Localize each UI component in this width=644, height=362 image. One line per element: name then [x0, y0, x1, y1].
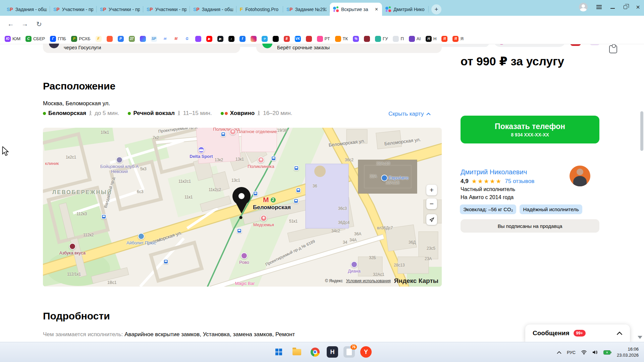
wifi-icon[interactable]	[581, 350, 587, 355]
bookmark-item[interactable]: Р РСХБ	[71, 36, 90, 42]
show-phone-button[interactable]: Показать телефон 8 934 XXX-XX-XX	[461, 116, 599, 143]
back-icon[interactable]: ←	[7, 20, 14, 28]
bus-stop-icon[interactable]	[294, 166, 299, 171]
yandex-browser-icon[interactable]: Y	[360, 346, 372, 358]
poi[interactable]: клиник	[43, 161, 64, 166]
start-button[interactable]	[272, 346, 285, 358]
poi[interactable]: Азбука вкуса	[52, 243, 93, 256]
bus-stop-icon[interactable]	[293, 198, 299, 203]
poi[interactable]: + Медсемья	[247, 215, 280, 228]
bus-stop-icon[interactable]	[237, 228, 242, 233]
bookmark-item[interactable]: ♪	[228, 36, 234, 42]
browser-tab[interactable]: Вскрытие за ×	[330, 3, 382, 16]
poi[interactable]: ЕвроАвто	[381, 175, 425, 181]
seller-avatar[interactable]	[570, 166, 590, 186]
poi[interactable]: ▬ Delta Sport	[181, 146, 221, 159]
refresh-icon[interactable]: ↻	[36, 20, 42, 28]
reviews-link[interactable]: 75 отзывов	[505, 178, 534, 185]
yandex-map[interactable]: 10к17к219/3813к213к113с111к2с111к2с211к1…	[43, 128, 442, 287]
extensions-icon[interactable]	[609, 45, 617, 53]
bookmark-item[interactable]: AI	[409, 36, 421, 42]
poi[interactable]: Бойцовский клуб А Невский	[96, 157, 143, 174]
scrollbar-thumb[interactable]	[640, 111, 643, 151]
bus-stop-icon[interactable]	[221, 132, 226, 137]
bookmark-item[interactable]: РТ	[317, 36, 330, 42]
new-tab-button[interactable]: +	[431, 4, 441, 14]
bookmark-item[interactable]: ✉	[162, 36, 168, 42]
battery-icon[interactable]	[603, 350, 611, 355]
bus-stop-icon[interactable]	[296, 188, 301, 193]
bookmark-item[interactable]	[273, 36, 279, 42]
bookmark-item[interactable]: VK	[295, 36, 301, 42]
browser-tab[interactable]: SP Задание №292	[283, 3, 330, 16]
notifications-app-icon[interactable]: 76	[343, 346, 355, 358]
bookmark-item[interactable]: M	[173, 36, 179, 42]
chrome-icon[interactable]	[309, 346, 321, 358]
bookmark-item[interactable]: Н Н	[426, 36, 436, 42]
bookmark-item[interactable]	[364, 36, 370, 42]
browser-tab[interactable]: SP Участники - пр	[50, 3, 97, 16]
bookmark-item[interactable]: f	[239, 36, 246, 42]
taskbar-clock[interactable]: 16:06 23.03.2026	[617, 346, 639, 358]
yandex-maps-logo[interactable]: Яндекс Карты	[394, 277, 438, 285]
bookmark-item[interactable]: Ю ЮМ	[5, 36, 20, 42]
bookmark-item[interactable]: П	[393, 36, 404, 42]
poi[interactable]: Рово	[231, 252, 258, 265]
bookmark-item[interactable]: F	[96, 36, 102, 42]
close-window-button[interactable]: ×	[636, 4, 640, 10]
bookmark-item[interactable]	[251, 36, 257, 42]
bookmark-item[interactable]: SP	[151, 36, 157, 42]
browser-tab[interactable]: SP Задания - общ	[190, 3, 236, 16]
metro-marker[interactable]: М 2	[263, 196, 276, 204]
forward-icon[interactable]: →	[21, 20, 28, 28]
bookmark-item[interactable]: 8	[284, 36, 290, 42]
poi[interactable]: Диана	[337, 261, 371, 274]
scrollbar-down-arrow[interactable]	[638, 336, 642, 339]
bookmark-item[interactable]	[306, 36, 312, 42]
bookmark-item[interactable]: С СБЕР	[25, 36, 45, 42]
bookmark-item[interactable]: 37	[129, 36, 135, 42]
bookmark-item[interactable]: %	[353, 36, 359, 42]
terms-link[interactable]: Условия использования	[346, 279, 391, 283]
messages-panel[interactable]: Сообщения 99+	[525, 324, 630, 342]
file-explorer-icon[interactable]	[290, 346, 303, 358]
bookmark-item[interactable]: G	[184, 36, 190, 42]
bus-stop-icon[interactable]	[253, 191, 258, 196]
poi[interactable]: Magic Bar	[228, 281, 262, 286]
map-locate-button[interactable]	[426, 214, 437, 225]
browser-tab[interactable]: SP Задания - общ	[3, 3, 50, 16]
browser-tab[interactable]: SP Участники - пр	[97, 3, 143, 16]
bookmark-item[interactable]	[140, 36, 146, 42]
language-indicator[interactable]: РУС	[567, 350, 576, 355]
map-zoom-out-button[interactable]: −	[426, 198, 437, 209]
menu-icon[interactable]	[596, 5, 602, 9]
bus-stop-icon[interactable]	[163, 259, 168, 264]
bus-stop-icon[interactable]	[101, 214, 106, 219]
h-app-icon[interactable]: H	[327, 346, 338, 358]
bookmark-item[interactable]	[195, 36, 201, 42]
subscribed-button[interactable]: Вы подписаны на продавца	[461, 219, 599, 233]
browser-tab[interactable]: F Fotohosting.Pro	[236, 3, 283, 16]
chevron-up-icon[interactable]	[616, 331, 623, 335]
bookmark-item[interactable]: P	[118, 36, 124, 42]
maximize-button[interactable]	[624, 5, 627, 9]
profile-avatar[interactable]	[579, 3, 588, 11]
volume-icon[interactable]	[592, 350, 598, 355]
bookmark-item[interactable]: ГУ	[375, 36, 388, 42]
bookmark-item[interactable]: Г ГПБ	[50, 36, 66, 42]
browser-tab[interactable]: Дмитрий Нико	[382, 3, 429, 16]
bookmark-item[interactable]: ТК	[335, 36, 348, 42]
bookmark-item[interactable]: ✈	[262, 36, 268, 42]
service-card-urgent[interactable]: Берёт срочные заказы	[256, 44, 442, 53]
bookmark-item[interactable]: Я Я	[452, 36, 463, 42]
browser-tab[interactable]: SP Участники - пр	[143, 3, 190, 16]
poi[interactable]: Айболит Плюс	[119, 233, 163, 246]
bookmark-item[interactable]	[107, 36, 113, 42]
hide-map-link[interactable]: Скрыть карту	[388, 111, 431, 117]
poi[interactable]: + Поликлиника	[244, 157, 278, 169]
bookmark-item[interactable]: ▶	[206, 36, 212, 42]
poi[interactable]: + Платное отделение	[229, 128, 280, 135]
service-card-gosuslugi[interactable]: через Госуслуги	[43, 44, 240, 53]
tray-chevron-icon[interactable]	[557, 351, 561, 354]
tab-close-icon[interactable]: ×	[374, 6, 379, 12]
